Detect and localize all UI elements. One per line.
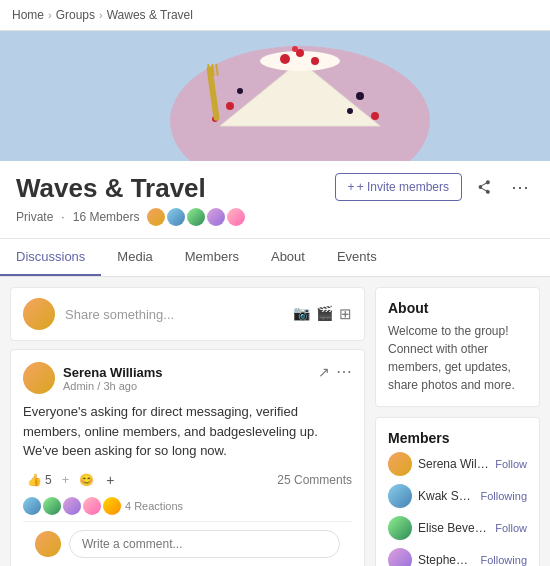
svg-point-7 [311, 57, 319, 65]
breadcrumb-current: Wawes & Travel [107, 8, 193, 22]
member-item-0: Serena Williams Follow [388, 452, 527, 476]
share-box: Share something... 📷 🎬 ⊞ [11, 288, 364, 340]
tab-discussions[interactable]: Discussions [0, 239, 101, 276]
feed: Share something... 📷 🎬 ⊞ Serena Williams… [0, 277, 375, 566]
emoji-button[interactable]: 😊 [75, 471, 98, 489]
invite-label: + Invite members [357, 180, 449, 194]
breadcrumb-home[interactable]: Home [12, 8, 44, 22]
post-1-comment-box [23, 521, 352, 566]
like-icon: 👍 [27, 473, 42, 487]
mini-avatar-1 [147, 208, 165, 226]
post-1-avatar [23, 362, 55, 394]
breadcrumb: Home › Groups › Wawes & Travel [0, 0, 550, 31]
comment-avatar [35, 531, 61, 557]
follow-btn-2[interactable]: Follow [495, 522, 527, 534]
reaction-avatars-row: 4 Reactions [23, 497, 352, 515]
share-box-card: Share something... 📷 🎬 ⊞ [10, 287, 365, 341]
reaction-avatars [23, 497, 121, 515]
post-1-meta: Admin / 3h ago [63, 380, 163, 392]
member-av-3 [388, 548, 412, 566]
sidebar: About Welcome to the group! Connect with… [375, 277, 550, 566]
plus-icon: + [348, 180, 355, 194]
group-privacy: Private [16, 210, 53, 224]
post-1-username: Serena Williams [63, 365, 163, 380]
video-icon[interactable]: 🎬 [316, 305, 333, 323]
member-item-3: Stephen Shawa... Following [388, 548, 527, 566]
svg-point-14 [237, 88, 243, 94]
invite-members-button[interactable]: + + Invite members [335, 173, 462, 201]
group-header: Waves & Travel Private · 16 Members + + … [0, 161, 550, 239]
add-reaction[interactable]: + [106, 472, 114, 488]
hero-image [0, 31, 550, 161]
camera-icon[interactable]: 📷 [293, 305, 310, 323]
about-card: About Welcome to the group! Connect with… [375, 287, 540, 407]
group-members-count: 16 Members [73, 210, 140, 224]
post-1-header: Serena Williams Admin / 3h ago ↗ ⋯ [23, 362, 352, 394]
member-item-1: Kwak Seong-Min Following [388, 484, 527, 508]
tab-media[interactable]: Media [101, 239, 168, 276]
follow-btn-3[interactable]: Following [481, 554, 527, 566]
group-member-avatars [147, 208, 245, 226]
share-avatar [23, 298, 55, 330]
member-av-2 [388, 516, 412, 540]
svg-point-10 [356, 92, 364, 100]
member-list: Serena Williams Follow Kwak Seong-Min Fo… [388, 452, 527, 566]
reactions-label: 4 Reactions [125, 500, 183, 512]
about-title: About [388, 300, 527, 316]
mini-avatar-5 [227, 208, 245, 226]
svg-point-5 [280, 54, 290, 64]
reaction-av4 [83, 497, 101, 515]
post-1-actions: ↗ ⋯ [318, 362, 352, 381]
follow-btn-0[interactable]: Follow [495, 458, 527, 470]
member-av-0 [388, 452, 412, 476]
share-icons: 📷 🎬 ⊞ [293, 305, 352, 323]
post-1: Serena Williams Admin / 3h ago ↗ ⋯ Every… [10, 349, 365, 566]
more-options-button[interactable]: ⋯ [506, 173, 534, 201]
svg-point-11 [347, 108, 353, 114]
breadcrumb-sep1: › [48, 9, 52, 21]
post-1-reactions-row: 👍 5 + 😊 + 25 Comments [23, 471, 352, 489]
reaction-av2 [43, 497, 61, 515]
member-av-1 [388, 484, 412, 508]
member-name-1: Kwak Seong-Min [418, 489, 475, 503]
plus-emoji-sep: + [62, 472, 70, 487]
main-layout: Share something... 📷 🎬 ⊞ Serena Williams… [0, 277, 550, 566]
like-count: 5 [45, 473, 52, 487]
svg-point-8 [292, 46, 298, 52]
post-1-share-icon[interactable]: ↗ [318, 364, 330, 380]
follow-btn-1[interactable]: Following [481, 490, 527, 502]
about-desc: Welcome to the group! Connect with other… [388, 322, 527, 394]
breadcrumb-groups[interactable]: Groups [56, 8, 95, 22]
post-1-more-icon[interactable]: ⋯ [336, 362, 352, 381]
members-card: Members Serena Williams Follow Kwak Seon… [375, 417, 540, 566]
svg-point-13 [371, 112, 379, 120]
group-info: Waves & Travel Private · 16 Members [16, 173, 245, 226]
tab-events[interactable]: Events [321, 239, 393, 276]
tabs-bar: Discussions Media Members About Events [0, 239, 550, 277]
group-meta: Private · 16 Members [16, 208, 245, 226]
post-1-user-info: Serena Williams Admin / 3h ago [63, 365, 163, 392]
member-item-2: Elise Beverley Follow [388, 516, 527, 540]
post-1-reaction-btns: 👍 5 + 😊 + [23, 471, 114, 489]
tab-members[interactable]: Members [169, 239, 255, 276]
post-1-content: Everyone's asking for direct messaging, … [23, 402, 352, 461]
like-button[interactable]: 👍 5 [23, 471, 56, 489]
breadcrumb-sep2: › [99, 9, 103, 21]
hero-cake-scene [0, 31, 550, 161]
mini-avatar-2 [167, 208, 185, 226]
attachment-icon[interactable]: ⊞ [339, 305, 352, 323]
hero-svg [0, 31, 550, 161]
tab-about[interactable]: About [255, 239, 321, 276]
share-placeholder[interactable]: Share something... [65, 307, 283, 322]
comment-input[interactable] [69, 530, 340, 558]
svg-point-9 [226, 102, 234, 110]
group-dot: · [61, 210, 64, 224]
group-actions: + + Invite members ⋯ [335, 173, 534, 201]
share-group-button[interactable] [470, 173, 498, 201]
post-1-user: Serena Williams Admin / 3h ago [23, 362, 163, 394]
group-name: Waves & Travel [16, 173, 245, 204]
member-name-3: Stephen Shawa... [418, 553, 475, 566]
post-1-time: 3h ago [103, 380, 137, 392]
share-icon [476, 179, 492, 195]
reaction-av1 [23, 497, 41, 515]
